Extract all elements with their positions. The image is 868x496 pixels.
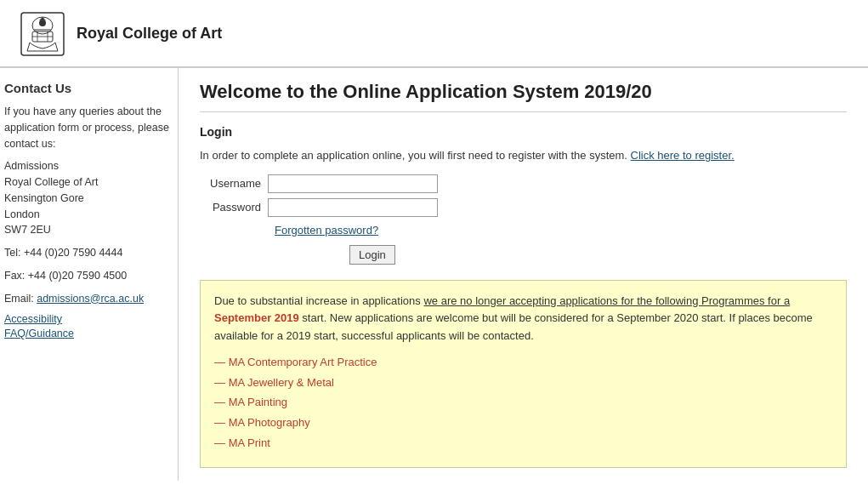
email-text: Email: admissions@rca.ac.uk xyxy=(4,291,169,307)
list-item: MA Print xyxy=(214,435,832,453)
rca-crest-icon xyxy=(17,9,68,60)
sidebar: Contact Us If you have any queries about… xyxy=(0,68,179,481)
address-line-5: SW7 2EU xyxy=(4,224,51,236)
sidebar-links: Accessibility FAQ/Guidance xyxy=(4,313,169,339)
warning-highlight-suffix: start. xyxy=(299,311,327,324)
page-layout: Contact Us If you have any queries about… xyxy=(0,68,868,481)
address-line-2: Royal College of Art xyxy=(4,176,98,188)
forgot-password-link[interactable]: Forgotten password? xyxy=(275,224,378,237)
svg-line-9 xyxy=(27,43,30,51)
logo-text: Royal College of Art xyxy=(77,25,222,43)
login-button[interactable]: Login xyxy=(349,245,395,265)
faq-link[interactable]: FAQ/Guidance xyxy=(4,328,169,339)
page-title: Welcome to the Online Application System… xyxy=(200,81,847,112)
address-line-1: Admissions xyxy=(4,160,59,172)
password-row: Password xyxy=(200,198,847,217)
email-link[interactable]: admissions@rca.ac.uk xyxy=(37,293,144,305)
register-link[interactable]: Click here to register. xyxy=(631,149,735,162)
forgot-password-row: Forgotten password? xyxy=(275,224,847,237)
list-item: MA Contemporary Art Practice xyxy=(214,354,832,372)
password-label: Password xyxy=(200,201,268,214)
username-label: Username xyxy=(200,177,268,190)
list-item: MA Photography xyxy=(214,414,832,432)
tel-text: Tel: +44 (0)20 7590 4444 xyxy=(4,245,169,261)
password-input[interactable] xyxy=(268,198,438,217)
contact-intro-text: If you have any queries about the applic… xyxy=(4,104,169,151)
header: Royal College of Art xyxy=(0,0,868,68)
email-label: Email: xyxy=(4,293,34,305)
username-input[interactable] xyxy=(268,174,438,193)
svg-point-2 xyxy=(39,20,46,26)
address-block: Admissions Royal College of Art Kensingt… xyxy=(4,158,169,238)
list-item: MA Painting xyxy=(214,394,832,412)
address-line-3: Kensington Gore xyxy=(4,192,84,204)
warning-box: Due to substantial increase in applicati… xyxy=(200,280,847,468)
svg-line-10 xyxy=(55,43,58,51)
login-intro-text: In order to complete an application onli… xyxy=(200,149,627,162)
login-form: Username Password xyxy=(200,174,847,217)
login-intro: In order to complete an application onli… xyxy=(200,147,847,164)
username-row: Username xyxy=(200,174,847,193)
login-button-container: Login xyxy=(275,245,847,265)
address-line-4: London xyxy=(4,208,40,220)
warning-text: Due to substantial increase in applicati… xyxy=(214,293,832,345)
contact-us-heading: Contact Us xyxy=(4,81,169,95)
logo-area: Royal College of Art xyxy=(17,9,222,60)
login-section-title: Login xyxy=(200,125,847,139)
warning-intro: Due to substantial increase in applicati… xyxy=(214,294,423,307)
list-item: MA Jewellery & Metal xyxy=(214,374,832,392)
warning-highlight: September 2019 xyxy=(214,311,299,324)
warning-programme-list: MA Contemporary Art Practice MA Jeweller… xyxy=(214,354,832,453)
fax-text: Fax: +44 (0)20 7590 4500 xyxy=(4,268,169,284)
warning-underline: we are no longer accepting applications … xyxy=(423,294,790,307)
accessibility-link[interactable]: Accessibility xyxy=(4,313,169,325)
main-content: Welcome to the Online Application System… xyxy=(179,68,868,481)
